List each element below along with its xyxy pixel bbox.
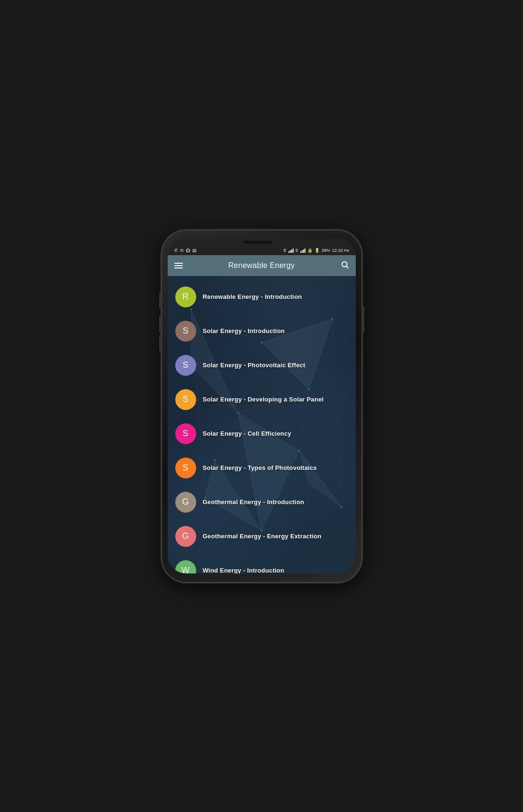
item-label: Solar Energy - Developing a Solar Panel	[203, 396, 324, 403]
avatar: W	[175, 560, 196, 573]
list-item[interactable]: SSolar Energy - Cell Efficiency	[168, 417, 356, 451]
avatar: R	[175, 287, 196, 307]
avatar: S	[175, 458, 196, 478]
battery-percent: 28%	[322, 248, 330, 253]
n-icon: N	[181, 248, 184, 253]
avatar: S	[175, 423, 196, 444]
list-item[interactable]: RRenewable Energy - Introduction	[168, 280, 356, 314]
status-bar: ✆ N ⏻ ▤ E E 🔒	[168, 246, 356, 255]
app-bar: Renewable Energy	[168, 255, 356, 276]
item-label: Solar Energy - Introduction	[203, 327, 285, 334]
signal2-label: E	[295, 248, 298, 253]
signal1-label: E	[284, 248, 286, 253]
list-item[interactable]: GGeothermal Energy - Introduction	[168, 485, 356, 519]
status-right: E E 🔒 🔋 28% 12:10	[284, 248, 349, 253]
time-display: 12:10 PM	[332, 248, 349, 253]
avatar: S	[175, 389, 196, 410]
item-label: Solar Energy - Cell Efficiency	[203, 430, 292, 437]
avatar: S	[175, 321, 196, 342]
phone-icon: ✆	[174, 248, 178, 253]
signal-bars-1	[288, 248, 294, 253]
list-item[interactable]: SSolar Energy - Photovoltaic Effect	[168, 348, 356, 382]
power-icon: ⏻	[186, 248, 190, 253]
item-label: Solar Energy - Types of Photovoltaics	[203, 464, 317, 471]
item-label: Solar Energy - Photovoltaic Effect	[203, 362, 305, 369]
notch-area	[168, 239, 356, 246]
front-camera	[276, 240, 280, 244]
battery-lock-icon: 🔒	[307, 248, 313, 253]
battery-icon: 🔋	[314, 248, 320, 253]
phone-device: ✆ N ⏻ ▤ E E 🔒	[162, 230, 361, 582]
menu-button[interactable]	[174, 263, 183, 268]
svg-point-0	[342, 262, 347, 267]
list-item[interactable]: GGeothermal Energy - Energy Extraction	[168, 519, 356, 554]
avatar: G	[175, 526, 196, 547]
list-item[interactable]: SSolar Energy - Introduction	[168, 314, 356, 348]
status-icons-left: ✆ N ⏻ ▤	[174, 248, 197, 253]
app-title: Renewable Energy	[228, 261, 295, 270]
phone-screen: ✆ N ⏻ ▤ E E 🔒	[168, 239, 356, 573]
list-item[interactable]: SSolar Energy - Types of Photovoltaics	[168, 451, 356, 485]
item-label: Wind Energy - Introduction	[203, 567, 285, 573]
list-item[interactable]: SSolar Energy - Developing a Solar Panel	[168, 382, 356, 417]
list-item[interactable]: WWind Energy - Introduction	[168, 554, 356, 573]
svg-line-1	[346, 266, 348, 268]
doc-icon: ▤	[192, 248, 197, 253]
list-container: RRenewable Energy - IntroductionSSolar E…	[168, 276, 356, 573]
speaker	[243, 241, 272, 244]
avatar: G	[175, 492, 196, 513]
signal-bars-2	[300, 248, 305, 253]
item-label: Geothermal Energy - Energy Extraction	[203, 533, 322, 540]
avatar: S	[175, 355, 196, 376]
content-area: RRenewable Energy - IntroductionSSolar E…	[168, 276, 356, 573]
item-label: Geothermal Energy - Introduction	[203, 498, 304, 506]
search-button[interactable]	[341, 260, 349, 271]
item-label: Renewable Energy - Introduction	[203, 293, 302, 300]
